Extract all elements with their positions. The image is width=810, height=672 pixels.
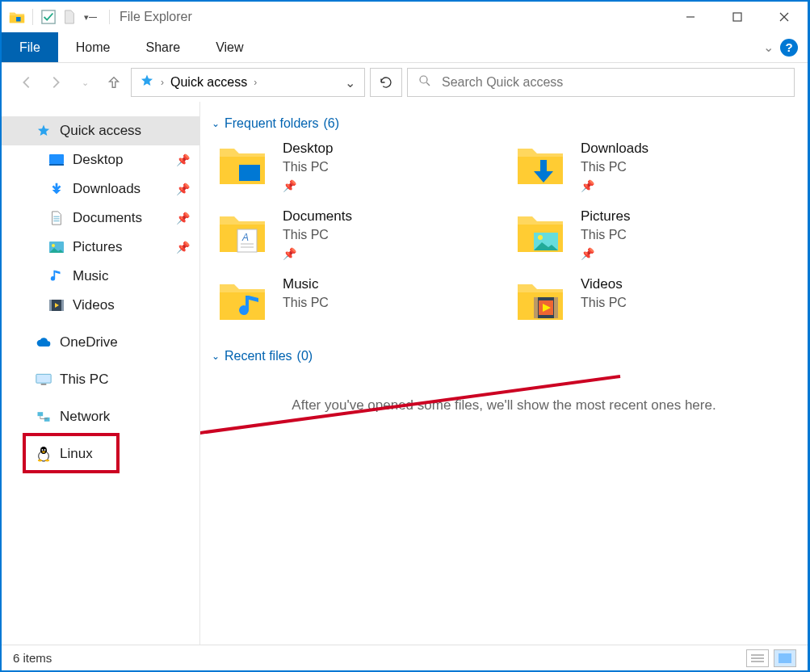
sidebar-label: Linux: [60, 446, 93, 462]
qat-divider: [32, 9, 33, 25]
folder-name: Pictures: [581, 208, 630, 225]
monitor-icon: [36, 372, 52, 388]
folder-tile-music[interactable]: Music This PC: [216, 276, 498, 325]
svg-point-26: [44, 449, 46, 451]
breadcrumb-root[interactable]: Quick access: [170, 75, 247, 90]
music-note-icon: [48, 268, 65, 284]
status-bar: 6 items: [2, 645, 808, 670]
status-item-count: 6 items: [13, 651, 52, 665]
section-label: Recent files: [225, 349, 292, 363]
svg-rect-20: [41, 384, 47, 385]
sidebar-item-quick-access[interactable]: Quick access: [2, 116, 199, 145]
folder-name: Music: [283, 276, 329, 292]
pin-icon: 📌: [283, 247, 352, 260]
window-title: File Explorer: [109, 10, 192, 24]
document-icon: [48, 210, 65, 226]
cloud-icon: [36, 334, 52, 351]
breadcrumb-sep-icon: ›: [161, 77, 164, 88]
video-icon: [48, 297, 65, 313]
minimize-button[interactable]: [667, 2, 714, 32]
folder-name: Documents: [283, 208, 352, 225]
folder-icon: [514, 141, 566, 189]
svg-text:A: A: [241, 232, 249, 243]
folder-sublabel: This PC: [581, 296, 627, 310]
titlebar: ▾ File Explorer: [2, 2, 808, 32]
view-details-button[interactable]: [746, 649, 769, 667]
folder-icon: [514, 208, 566, 257]
folder-tile-pictures[interactable]: Pictures This PC 📌: [514, 208, 796, 260]
svg-rect-29: [239, 165, 260, 181]
quick-access-star-icon: [36, 123, 52, 139]
sidebar-item-pictures[interactable]: Pictures 📌: [2, 233, 199, 262]
refresh-button[interactable]: [370, 68, 402, 97]
section-recent-header[interactable]: ⌄ Recent files (0): [212, 349, 796, 363]
ribbon-expand-icon[interactable]: ⌄: [763, 40, 774, 55]
sidebar-item-desktop[interactable]: Desktop 📌: [2, 145, 199, 174]
sidebar-item-network[interactable]: Network: [2, 402, 199, 431]
sidebar-label: Documents: [73, 210, 142, 226]
nav-row: ⌄ › Quick access › ⌄: [2, 63, 808, 102]
sidebar-label: Videos: [73, 297, 115, 313]
tab-share[interactable]: Share: [128, 32, 198, 62]
folder-tile-videos[interactable]: Videos This PC: [514, 276, 796, 325]
qat-dropdown-icon[interactable]: ▾: [82, 8, 99, 26]
svg-rect-1: [16, 17, 21, 22]
pin-icon: 📌: [176, 183, 190, 195]
address-dropdown-icon[interactable]: ⌄: [338, 75, 361, 90]
pin-icon: 📌: [581, 179, 648, 192]
svg-rect-9: [49, 154, 64, 164]
sidebar-label: Downloads: [73, 181, 141, 197]
folder-sublabel: This PC: [283, 160, 333, 174]
folder-name: Desktop: [283, 141, 333, 157]
address-bar[interactable]: › Quick access › ⌄: [131, 68, 365, 97]
svg-rect-21: [38, 412, 44, 416]
folder-tile-downloads[interactable]: Downloads This PC 📌: [514, 141, 796, 192]
svg-rect-37: [534, 297, 538, 318]
section-count: (0): [297, 349, 313, 363]
recent-empty-message: After you've opened some files, we'll sh…: [212, 373, 796, 438]
sidebar-item-downloads[interactable]: Downloads 📌: [2, 174, 199, 204]
pin-icon: 📌: [176, 241, 190, 254]
help-button[interactable]: ?: [780, 39, 798, 57]
picture-icon: [48, 239, 65, 255]
checkbox-icon[interactable]: [40, 8, 57, 26]
sidebar-item-music[interactable]: Music: [2, 262, 199, 291]
search-input[interactable]: [442, 75, 784, 90]
sidebar-item-videos[interactable]: Videos: [2, 291, 199, 320]
folder-tile-documents[interactable]: A Documents This PC 📌: [216, 208, 498, 260]
sidebar-label: OneDrive: [60, 334, 118, 351]
pin-icon: 📌: [176, 153, 190, 166]
sidebar-item-documents[interactable]: Documents 📌: [2, 204, 199, 233]
sidebar-label: Network: [60, 409, 110, 425]
sidebar-label: Desktop: [73, 152, 123, 168]
section-frequent-header[interactable]: ⌄ Frequent folders (6): [212, 116, 796, 131]
back-button[interactable]: [15, 70, 39, 94]
folder-icon: [216, 276, 268, 325]
tab-file[interactable]: File: [2, 32, 58, 62]
folder-tile-desktop[interactable]: Desktop This PC 📌: [216, 141, 498, 192]
tab-home[interactable]: Home: [58, 32, 128, 62]
desktop-icon: [48, 152, 65, 168]
sidebar-item-linux[interactable]: Linux: [2, 439, 199, 468]
svg-line-8: [426, 82, 430, 86]
ribbon-tabs: File Home Share View ⌄ ?: [2, 32, 808, 63]
sidebar-item-thispc[interactable]: This PC: [2, 365, 199, 394]
frequent-folders-grid: Desktop This PC 📌 Downloads This PC 📌: [212, 141, 796, 325]
section-count: (6): [324, 116, 340, 131]
search-box[interactable]: [407, 68, 795, 97]
view-thumbnails-button[interactable]: [774, 649, 796, 667]
up-button[interactable]: [102, 70, 126, 94]
maximize-button[interactable]: [714, 2, 761, 32]
tux-icon: [36, 446, 52, 462]
forward-button[interactable]: [44, 70, 68, 94]
explorer-app-icon: [8, 8, 26, 26]
document-icon[interactable]: [61, 8, 78, 26]
download-arrow-icon: [48, 181, 65, 197]
svg-rect-38: [554, 297, 558, 318]
folder-sublabel: This PC: [283, 296, 329, 310]
svg-point-15: [52, 244, 55, 247]
recent-locations-icon[interactable]: ⌄: [73, 70, 97, 94]
sidebar-item-onedrive[interactable]: OneDrive: [2, 328, 199, 357]
tab-view[interactable]: View: [198, 32, 261, 62]
close-button[interactable]: [761, 2, 808, 32]
